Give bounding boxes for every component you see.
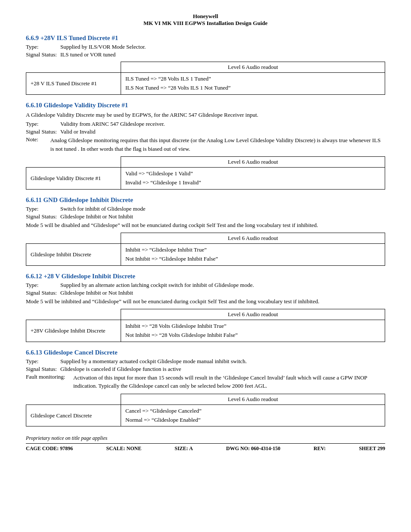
doc-title: MK VI MK VIII EGPWS Installation Design …: [26, 20, 385, 27]
table-header-6-6-10: Level 6 Audio readout: [121, 157, 385, 168]
table-header-6-6-13: Level 6 Audio readout: [121, 394, 385, 404]
section-title-6-6-10: 6.6.10 Glideslope Validity Discrete #1: [26, 102, 385, 109]
signal-cell-6-6-12: +28V Glideslope Inhibit Discrete: [26, 320, 121, 342]
signal-cell-6-6-13: Glideslope Cancel Discrete: [26, 404, 121, 426]
footer-rev: REV:: [314, 445, 326, 452]
footer-scale: SCALE: NONE: [106, 445, 141, 452]
note-label-6-6-10: Note:: [26, 136, 50, 153]
footer-notice: Proprietary notice on title page applies: [26, 435, 385, 442]
type-row-6-6-9: Type: Supplied by ILS/VOR Mode Selector.: [26, 44, 385, 50]
footer-info: CAGE CODE: 97896 SCALE: NONE SIZE: A DWG…: [26, 443, 385, 452]
fault-row-6-6-13: Fault monitoring: Activation of this inp…: [26, 373, 385, 390]
signal-cell-6-6-9: +28 V ILS Tuned Discrete #1: [26, 73, 121, 95]
signal-label-6-6-11: Signal Status:: [26, 213, 60, 220]
type-row-6-6-11: Type: Switch for inhibit of Glideslope m…: [26, 205, 385, 212]
section-6-6-10: 6.6.10 Glideslope Validity Discrete #1 A…: [26, 102, 385, 190]
signal-row-6-6-12: Signal Status: Glideslope Inhibit or Not…: [26, 289, 385, 296]
readout-cell-6-6-10: Valid => “Glideslope 1 Valid” Invalid =>…: [121, 168, 385, 190]
company-name: Honeywell: [26, 13, 385, 20]
mode-text-6-6-12: Mode 5 will be inhibited and “Glideslope…: [26, 297, 385, 306]
page-header: Honeywell MK VI MK VIII EGPWS Installati…: [26, 13, 385, 27]
type-row-6-6-12: Type: Supplied by an alternate action la…: [26, 282, 385, 289]
signal-value-6-6-12: Glideslope Inhibit or Not Inhibit: [60, 289, 133, 296]
note-text-6-6-10: Analog Glideslope monitoring requires th…: [50, 136, 385, 153]
type-value-6-6-13: Supplied by a momentary actuated cockpit…: [60, 358, 247, 365]
signal-row-6-6-11: Signal Status: Glideslope Inhibit or Not…: [26, 213, 385, 220]
readout-cell-6-6-12: Inhibit => “28 Volts Glideslope Inhibit …: [121, 320, 385, 342]
type-label-6-6-12: Type:: [26, 282, 60, 289]
type-label-6-6-13: Type:: [26, 358, 60, 365]
section-6-6-9: 6.6.9 +28V ILS Tuned Discrete #1 Type: S…: [26, 34, 385, 95]
section-title-6-6-11: 6.6.11 GND Glideslope Inhibit Discrete: [26, 196, 385, 204]
audio-table-6-6-9: Level 6 Audio readout +28 V ILS Tuned Di…: [26, 62, 385, 95]
footer-cage: CAGE CODE: 97896: [26, 445, 73, 452]
section-6-6-13: 6.6.13 Glideslope Cancel Discrete Type: …: [26, 349, 385, 427]
readout-cell-6-6-9: ILS Tuned => “28 Volts ILS 1 Tuned” ILS …: [121, 73, 385, 95]
footer: Proprietary notice on title page applies…: [26, 435, 385, 452]
readout-cell-6-6-11: Inhibit => “Glideslope Inhibit True” Not…: [121, 244, 385, 266]
section-6-6-11: 6.6.11 GND Glideslope Inhibit Discrete T…: [26, 196, 385, 266]
signal-row-6-6-9: Signal Status: ILS tuned or VOR tuned: [26, 51, 385, 58]
type-label-6-6-9: Type:: [26, 44, 60, 50]
type-row-6-6-13: Type: Supplied by a momentary actuated c…: [26, 358, 385, 365]
type-label-6-6-10: Type:: [26, 121, 60, 128]
audio-table-6-6-12: Level 6 Audio readout +28V Glideslope In…: [26, 309, 385, 342]
type-value-6-6-12: Supplied by an alternate action latching…: [60, 282, 254, 289]
type-row-6-6-10: Type: Validity from ARINC 547 Glideslope…: [26, 121, 385, 128]
type-label-6-6-11: Type:: [26, 205, 60, 212]
footer-sheet: SHEET 299: [359, 445, 385, 452]
signal-cell-6-6-11: Glideslope Inhibit Discrete: [26, 244, 121, 266]
table-header-6-6-9: Level 6 Audio readout: [121, 62, 385, 73]
footer-dwg: DWG NO: 060-4314-150: [226, 445, 280, 452]
readout-cell-6-6-13: Cancel => “Glideslope Canceled” Normal =…: [121, 404, 385, 426]
audio-table-6-6-11: Level 6 Audio readout Glideslope Inhibit…: [26, 233, 385, 266]
type-value-6-6-11: Switch for inhibit of Glideslope mode: [60, 205, 146, 212]
section-title-6-6-12: 6.6.12 +28 V Glideslope Inhibit Discrete: [26, 273, 385, 280]
intro-6-6-10: A Glideslope Validity Discrete may be us…: [26, 111, 385, 119]
signal-label-6-6-13: Signal Status:: [26, 366, 60, 373]
audio-table-6-6-10: Level 6 Audio readout Glideslope Validit…: [26, 156, 385, 190]
section-6-6-12: 6.6.12 +28 V Glideslope Inhibit Discrete…: [26, 273, 385, 342]
type-value-6-6-10: Validity from ARINC 547 Glideslope recei…: [60, 121, 165, 128]
note-row-6-6-10: Note: Analog Glideslope monitoring requi…: [26, 136, 385, 153]
signal-label-6-6-10: Signal Status:: [26, 128, 60, 135]
signal-value-6-6-11: Glideslope Inhibit or Not Inhibit: [60, 213, 133, 220]
signal-value-6-6-9: ILS tuned or VOR tuned: [60, 51, 115, 58]
table-header-6-6-11: Level 6 Audio readout: [121, 233, 385, 244]
section-title-6-6-9: 6.6.9 +28V ILS Tuned Discrete #1: [26, 34, 385, 42]
fault-label-6-6-13: Fault monitoring:: [26, 373, 73, 390]
audio-table-6-6-13: Level 6 Audio readout Glideslope Cancel …: [26, 394, 385, 427]
section-title-6-6-13: 6.6.13 Glideslope Cancel Discrete: [26, 349, 385, 356]
signal-cell-6-6-10: Glideslope Validity Discrete #1: [26, 168, 121, 190]
fault-text-6-6-13: Activation of this input for more than 1…: [73, 373, 385, 390]
signal-row-6-6-10: Signal Status: Valid or Invalid: [26, 128, 385, 135]
signal-row-6-6-13: Signal Status: Glideslope is canceled if…: [26, 366, 385, 373]
table-header-6-6-12: Level 6 Audio readout: [121, 309, 385, 320]
footer-size: SIZE: A: [174, 445, 193, 452]
signal-label-6-6-12: Signal Status:: [26, 289, 60, 296]
type-value-6-6-9: Supplied by ILS/VOR Mode Selector.: [60, 44, 146, 50]
signal-value-6-6-13: Glideslope is canceled if Glideslope fun…: [60, 366, 181, 373]
signal-label-6-6-9: Signal Status:: [26, 51, 60, 58]
mode-text-6-6-11: Mode 5 will be disabled and “Glideslope”…: [26, 221, 385, 230]
signal-value-6-6-10: Valid or Invalid: [60, 128, 96, 135]
